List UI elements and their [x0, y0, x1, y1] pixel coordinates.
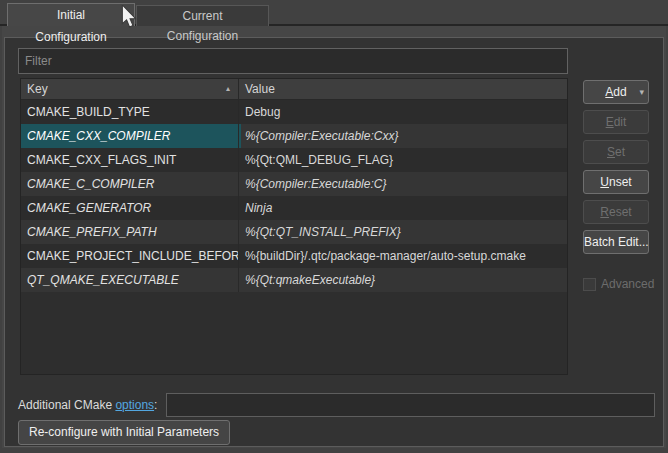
advanced-label: Advanced [601, 277, 654, 291]
column-header-key[interactable]: Key ▴ [21, 79, 239, 99]
sort-ascending-icon: ▴ [226, 79, 230, 99]
row-key[interactable]: CMAKE_BUILD_TYPE [21, 100, 239, 124]
filter-input[interactable] [18, 48, 568, 74]
tab-current-configuration[interactable]: Current Configuration [136, 5, 269, 26]
row-key[interactable]: CMAKE_CXX_COMPILER [21, 124, 239, 148]
reconfigure-button[interactable]: Re-configure with Initial Parameters [18, 420, 230, 445]
column-header-value-label: Value [245, 79, 275, 99]
row-key[interactable]: CMAKE_CXX_FLAGS_INIT [21, 148, 239, 172]
advanced-checkbox[interactable]: Advanced [583, 277, 654, 291]
table-row[interactable]: CMAKE_CXX_COMPILER %{Compiler:Executable… [21, 124, 567, 148]
row-key[interactable]: CMAKE_PREFIX_PATH [21, 220, 239, 244]
table-row[interactable]: CMAKE_C_COMPILER %{Compiler:Executable:C… [21, 172, 567, 196]
row-key[interactable]: QT_QMAKE_EXECUTABLE [21, 268, 239, 292]
row-value[interactable]: Debug [239, 100, 567, 124]
options-link[interactable]: options [115, 398, 154, 412]
row-value[interactable]: %{Compiler:Executable:C} [239, 172, 567, 196]
row-value[interactable]: Ninja [239, 196, 567, 220]
column-header-key-label: Key [27, 79, 48, 99]
dropdown-arrow-icon: ▾ [639, 81, 644, 103]
row-value[interactable]: %{Qt:qmakeExecutable} [239, 268, 567, 292]
add-button[interactable]: Add ▾ [583, 80, 649, 104]
table-row[interactable]: CMAKE_BUILD_TYPE Debug [21, 100, 567, 124]
table-row[interactable]: CMAKE_CXX_FLAGS_INIT %{Qt:QML_DEBUG_FLAG… [21, 148, 567, 172]
additional-cmake-options-input[interactable] [166, 393, 655, 417]
row-value[interactable]: %{Compiler:Executable:Cxx} [239, 124, 567, 148]
additional-cmake-options-label: Additional CMake options: [18, 393, 157, 417]
table-header: Key ▴ Value [21, 79, 567, 100]
table-row[interactable]: CMAKE_GENERATOR Ninja [21, 196, 567, 220]
row-key[interactable]: CMAKE_PROJECT_INCLUDE_BEFORE [21, 244, 239, 268]
edit-button[interactable]: Edit [583, 110, 649, 134]
row-value[interactable]: %{buildDir}/.qtc/package-manager/auto-se… [239, 244, 567, 268]
table-row[interactable]: CMAKE_PROJECT_INCLUDE_BEFORE %{buildDir}… [21, 244, 567, 268]
table-row[interactable]: CMAKE_PREFIX_PATH %{Qt:QT_INSTALL_PREFIX… [21, 220, 567, 244]
set-button[interactable]: Set [583, 140, 649, 164]
unset-button[interactable]: Unset [583, 170, 649, 194]
column-header-value[interactable]: Value [239, 79, 567, 99]
checkbox-icon [583, 278, 596, 291]
cmake-configuration-panel: { "tabs": [ { "label": "Initial Configur… [0, 0, 668, 453]
tab-initial-configuration[interactable]: Initial Configuration [7, 3, 135, 26]
table-row[interactable]: QT_QMAKE_EXECUTABLE %{Qt:qmakeExecutable… [21, 268, 567, 292]
row-key[interactable]: CMAKE_GENERATOR [21, 196, 239, 220]
row-value[interactable]: %{Qt:QML_DEBUG_FLAG} [239, 148, 567, 172]
reset-button[interactable]: Reset [583, 200, 649, 224]
cmake-variables-table[interactable]: Key ▴ Value CMAKE_BUILD_TYPE Debug CMAKE… [20, 78, 568, 375]
row-value[interactable]: %{Qt:QT_INSTALL_PREFIX} [239, 220, 567, 244]
row-key[interactable]: CMAKE_C_COMPILER [21, 172, 239, 196]
batch-edit-button[interactable]: Batch Edit... [583, 230, 649, 254]
